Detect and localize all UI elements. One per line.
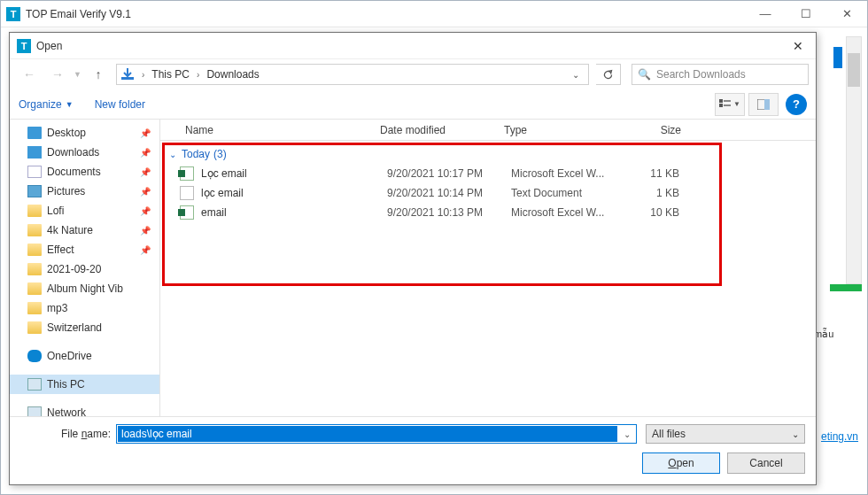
filename-input-wrap[interactable]: ⌄ <box>116 424 637 444</box>
open-button[interactable]: Open <box>642 452 720 474</box>
forward-button[interactable]: → <box>45 62 70 87</box>
history-dropdown[interactable]: ▼ <box>74 70 84 79</box>
minimize-button[interactable]: — <box>745 1 786 27</box>
chevron-right-icon: › <box>197 70 199 80</box>
nav-label: 4k Nature <box>47 224 93 236</box>
file-name: lọc email <box>201 187 387 199</box>
nav-label: Album Night Vib <box>47 282 123 295</box>
file-size: 10 KB <box>617 206 679 219</box>
col-date[interactable]: Date modified <box>380 124 504 136</box>
svg-rect-3 <box>719 104 723 107</box>
chevron-down-icon: ⌄ <box>792 429 799 439</box>
file-row[interactable]: email9/20/2021 10:13 PMMicrosoft Excel W… <box>169 203 807 222</box>
parent-titlebar: T TOP Email Verify V9.1 — ☐ ✕ <box>1 1 867 27</box>
file-name: email <box>201 206 387 219</box>
nav-item-this-pc[interactable]: This PC <box>10 375 159 394</box>
docs-icon <box>27 166 42 178</box>
downloads-icon <box>27 146 42 159</box>
nav-item-effect[interactable]: Effect📌 <box>10 240 159 259</box>
address-bar[interactable]: › This PC › Downloads ⌄ <box>116 64 589 85</box>
col-name[interactable]: Name <box>185 124 380 136</box>
bg-link[interactable]: eting.vn <box>821 430 858 443</box>
nav-item-album-night-vib[interactable]: Album Night Vib <box>10 279 159 298</box>
pin-icon: 📌 <box>140 187 151 197</box>
file-type: Text Document <box>511 187 617 199</box>
file-type: Microsoft Excel W... <box>511 206 617 219</box>
nav-label: Pictures <box>47 185 85 197</box>
maximize-button[interactable]: ☐ <box>786 1 826 27</box>
breadcrumb-this-pc[interactable]: This PC <box>151 68 190 81</box>
nav-item-desktop[interactable]: Desktop📌 <box>10 123 159 143</box>
file-row[interactable]: Lọc email9/20/2021 10:17 PMMicrosoft Exc… <box>169 164 807 183</box>
group-today[interactable]: ⌄ Today (3) <box>169 146 807 164</box>
help-button[interactable]: ? <box>786 94 807 115</box>
organize-button[interactable]: Organize <box>19 98 62 111</box>
back-button[interactable]: ← <box>17 62 42 87</box>
nav-label: mp3 <box>47 302 67 314</box>
col-type[interactable]: Type <box>504 124 610 136</box>
desktop-icon <box>27 127 42 139</box>
pin-icon: 📌 <box>140 206 151 216</box>
bg-sample-button[interactable]: mẫu <box>814 329 858 346</box>
parent-title: TOP Email Verify V9.1 <box>26 8 745 20</box>
bg-selection <box>833 47 842 68</box>
net-icon <box>27 406 42 416</box>
xls-file-icon <box>180 166 194 181</box>
txt-file-icon <box>180 186 194 200</box>
view-mode-button[interactable]: ▼ <box>715 93 745 116</box>
downloads-icon <box>120 68 135 81</box>
file-name: Lọc email <box>201 167 387 180</box>
file-date: 9/20/2021 10:14 PM <box>387 187 511 199</box>
nav-label: Lofi <box>47 205 64 217</box>
nav-label: Desktop <box>47 127 86 139</box>
nav-item-downloads[interactable]: Downloads📌 <box>10 143 159 162</box>
refresh-button[interactable] <box>596 64 621 85</box>
nav-item-switzerland[interactable]: Switzerland <box>10 318 159 337</box>
nav-label: Effect <box>47 244 74 256</box>
col-size[interactable]: Size <box>610 124 681 136</box>
search-input[interactable]: 🔍 Search Downloads <box>632 64 809 85</box>
nav-item-2021-09-20[interactable]: 2021-09-20 <box>10 259 159 279</box>
address-dropdown[interactable]: ⌄ <box>567 70 585 80</box>
dialog-titlebar: T Open ✕ <box>10 33 816 59</box>
nav-item-mp3[interactable]: mp3 <box>10 298 159 318</box>
dialog-close-button[interactable]: ✕ <box>780 33 816 59</box>
onedrive-icon <box>27 350 42 362</box>
file-type-filter[interactable]: All files ⌄ <box>646 424 805 444</box>
up-button[interactable]: ↑ <box>88 64 109 85</box>
preview-pane-button[interactable] <box>748 93 779 116</box>
chevron-down-icon: ⌄ <box>169 150 176 159</box>
pin-icon: 📌 <box>140 128 151 138</box>
nav-item-4k-nature[interactable]: 4k Nature📌 <box>10 220 159 240</box>
app-icon: T <box>6 7 20 21</box>
column-headers[interactable]: Name Date modified Type Size <box>160 120 816 141</box>
nav-item-pictures[interactable]: Pictures📌 <box>10 182 159 201</box>
nav-item-documents[interactable]: Documents📌 <box>10 162 159 182</box>
breadcrumb-downloads[interactable]: Downloads <box>206 68 259 81</box>
nav-item-onedrive[interactable]: OneDrive <box>10 346 159 366</box>
file-list-pane: Name Date modified Type Size ⌄ Today (3)… <box>160 120 816 416</box>
folder-icon <box>27 321 42 334</box>
nav-label: This PC <box>47 378 85 391</box>
nav-row: ← → ▼ ↑ › This PC › Downloads ⌄ 🔍 Search… <box>10 59 816 89</box>
nav-label: 2021-09-20 <box>47 263 101 275</box>
dialog-title: Open <box>36 40 780 52</box>
folder-icon <box>27 244 42 256</box>
new-folder-button[interactable]: New folder <box>95 98 145 111</box>
navigation-pane[interactable]: Desktop📌Downloads📌Documents📌Pictures📌Lof… <box>10 120 160 416</box>
nav-label: Documents <box>47 166 101 178</box>
file-date: 9/20/2021 10:13 PM <box>387 206 511 219</box>
file-size: 1 KB <box>617 187 679 199</box>
organize-dropdown-icon[interactable]: ▼ <box>66 100 74 109</box>
search-placeholder: Search Downloads <box>656 68 746 81</box>
nav-item-network[interactable]: Network <box>10 403 159 416</box>
cancel-button[interactable]: Cancel <box>727 452 805 474</box>
folder-icon <box>27 302 42 314</box>
bg-scrollbar[interactable] <box>846 36 862 284</box>
nav-item-lofi[interactable]: Lofi📌 <box>10 201 159 220</box>
filename-dropdown[interactable]: ⌄ <box>618 429 636 439</box>
filename-input[interactable] <box>118 426 617 442</box>
file-row[interactable]: lọc email9/20/2021 10:14 PMText Document… <box>169 183 807 203</box>
close-button[interactable]: ✕ <box>826 1 867 27</box>
toolbar: Organize ▼ New folder ▼ ? <box>10 89 816 120</box>
